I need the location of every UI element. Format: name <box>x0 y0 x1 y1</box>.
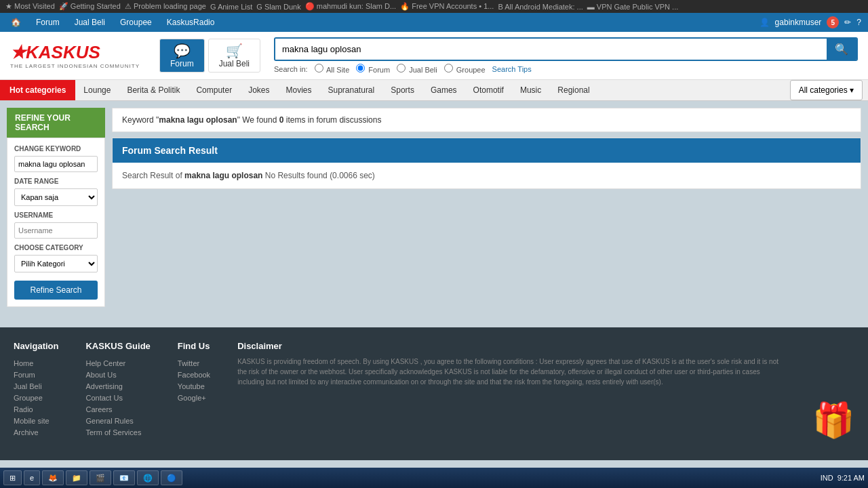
search-input[interactable] <box>275 39 827 60</box>
refine-search-button[interactable]: Refine Search <box>14 281 98 300</box>
hot-categories-button[interactable]: Hot categories <box>0 80 75 100</box>
search-box: 🔍 <box>274 37 858 61</box>
cat-supranatural[interactable]: Supranatural <box>320 80 383 100</box>
search-options: Search in: All Site Forum Jual Beli Grou… <box>274 64 858 74</box>
search-jualbeli[interactable]: Jual Beli <box>397 64 437 74</box>
footer-tos-link[interactable]: Term of Services <box>85 428 150 436</box>
footer-facebook-link[interactable]: Facebook <box>178 371 210 379</box>
top-nav: 🏠 Forum Jual Beli Groupee KaskusRadio 👤 … <box>0 13 868 32</box>
username: gabinkmuser <box>775 18 822 27</box>
footer-mobile-link[interactable]: Mobile site <box>14 417 58 425</box>
footer-findus-title: Find Us <box>178 341 210 351</box>
results-prefix: Search Result of <box>122 171 184 180</box>
footer-mascot-area: 🎁 <box>812 341 854 440</box>
footer-forum-link[interactable]: Forum <box>14 371 58 379</box>
footer-nav-title: Navigation <box>14 341 58 351</box>
username-input[interactable] <box>14 222 98 239</box>
footer-aboutus-link[interactable]: About Us <box>85 371 150 379</box>
cat-sports[interactable]: Sports <box>382 80 422 100</box>
footer-disclaimer-col: Disclaimer KASKUS is providing freedom o… <box>237 341 785 440</box>
all-categories-button[interactable]: All categories ▾ <box>790 80 863 100</box>
results-body: Search Result of makna lagu oplosan No R… <box>113 163 861 188</box>
cat-games[interactable]: Games <box>422 80 465 100</box>
notice-keyword: makna lagu oplosan <box>159 115 237 125</box>
groupee-link[interactable]: Groupee <box>116 16 156 29</box>
footer-radio-link[interactable]: Radio <box>14 405 58 413</box>
cat-regional[interactable]: Regional <box>549 80 597 100</box>
header-links: 💬 Forum 🛒 Jual Beli <box>159 39 260 73</box>
search-in-label: Search in: <box>274 65 308 73</box>
forum-header-link[interactable]: 💬 Forum <box>159 39 205 73</box>
footer-advertising-link[interactable]: Advertising <box>85 382 150 390</box>
footer-disclaimer-text: KASKUS is providing freedom of speech. B… <box>237 357 785 387</box>
results-area: Keyword "makna lagu oplosan" We found 0 … <box>112 108 861 307</box>
footer-groupee-link[interactable]: Groupee <box>14 394 58 402</box>
footer-findus-col: Find Us Twitter Facebook Youtube Google+ <box>178 341 210 440</box>
date-range-select[interactable]: Kapan saja <box>14 188 98 206</box>
footer-contactus-link[interactable]: Contact Us <box>85 394 150 402</box>
footer-guide-title: KASKUS Guide <box>85 341 150 351</box>
help-icon[interactable]: ? <box>856 18 861 27</box>
jualbeli-link-label: Jual Beli <box>219 59 250 68</box>
footer-mascot-icon: 🎁 <box>812 401 854 440</box>
cat-jokes[interactable]: Jokes <box>240 80 277 100</box>
cat-berita[interactable]: Berita & Politik <box>119 80 188 100</box>
search-forum[interactable]: Forum <box>356 64 390 74</box>
logo-area: ★KASKUS THE LARGEST INDONESIAN COMMUNITY <box>10 42 146 69</box>
footer: Navigation Home Forum Jual Beli Groupee … <box>0 327 868 460</box>
keyword-input[interactable] <box>14 156 98 172</box>
user-area: 👤 gabinkmuser 5 ✏ ? <box>760 16 861 28</box>
date-range-label: DATE RANGE <box>14 178 98 185</box>
footer-disclaimer-title: Disclaimer <box>237 341 785 351</box>
refine-header: REFINE YOUR SEARCH <box>7 108 105 138</box>
results-title: Forum Search Result <box>113 138 861 163</box>
change-keyword-label: CHANGE KEYWORD <box>14 145 98 152</box>
username-label: USERNAME <box>14 211 98 219</box>
forum-icon: 💬 <box>174 43 191 59</box>
notification-badge[interactable]: 5 <box>827 16 839 28</box>
home-link[interactable]: 🏠 <box>7 16 25 29</box>
footer-googleplus-link[interactable]: Google+ <box>178 394 210 402</box>
search-area: 🔍 Search in: All Site Forum Jual Beli Gr… <box>274 37 858 74</box>
footer-nav-col: Navigation Home Forum Jual Beli Groupee … <box>14 341 58 440</box>
header: ★KASKUS THE LARGEST INDONESIAN COMMUNITY… <box>0 32 868 80</box>
notice-postfix: items in forum discussions <box>283 115 381 125</box>
choose-category-label: CHOOSE CATEGORY <box>14 244 98 251</box>
cat-movies[interactable]: Movies <box>277 80 319 100</box>
footer-helpcenter-link[interactable]: Help Center <box>85 359 150 367</box>
cat-otomotif[interactable]: Otomotif <box>465 80 512 100</box>
notice-suffix: " We found <box>237 115 279 125</box>
search-groupee[interactable]: Groupee <box>444 64 486 74</box>
footer-archive-link[interactable]: Archive <box>14 428 58 436</box>
cat-computer[interactable]: Computer <box>188 80 240 100</box>
jualbeli-link[interactable]: Jual Beli <box>71 16 109 29</box>
search-allsite[interactable]: All Site <box>315 64 350 74</box>
results-keyword: makna lagu oplosan <box>184 171 262 180</box>
refine-body: CHANGE KEYWORD DATE RANGE Kapan saja USE… <box>7 138 105 307</box>
jualbeli-header-link[interactable]: 🛒 Jual Beli <box>208 39 260 73</box>
forum-link-label: Forum <box>170 59 194 68</box>
footer-twitter-link[interactable]: Twitter <box>178 359 210 367</box>
cat-lounge[interactable]: Lounge <box>75 80 119 100</box>
search-button[interactable]: 🔍 <box>827 39 856 60</box>
category-select[interactable]: Pilih Kategori <box>14 255 98 272</box>
cat-music[interactable]: Music <box>512 80 549 100</box>
footer-grid: Navigation Home Forum Jual Beli Groupee … <box>14 341 854 440</box>
logo: ★KASKUS <box>10 42 146 63</box>
refine-panel: REFINE YOUR SEARCH CHANGE KEYWORD DATE R… <box>7 108 105 307</box>
browser-bar: ★ Most Visited 🚀 Getting Started ⚠ Probl… <box>0 0 868 13</box>
category-nav: Hot categories Lounge Berita & Politik C… <box>0 80 868 101</box>
footer-youtube-link[interactable]: Youtube <box>178 382 210 390</box>
footer-home-link[interactable]: Home <box>14 359 58 367</box>
pencil-icon[interactable]: ✏ <box>844 18 851 27</box>
footer-guide-col: KASKUS Guide Help Center About Us Advert… <box>85 341 150 440</box>
kaskusradio-link[interactable]: KaskusRadio <box>163 16 219 29</box>
main-content: REFINE YOUR SEARCH CHANGE KEYWORD DATE R… <box>0 101 868 314</box>
forum-link[interactable]: Forum <box>32 16 64 29</box>
footer-generalrules-link[interactable]: General Rules <box>85 417 150 425</box>
results-box: Forum Search Result Search Result of mak… <box>112 138 861 189</box>
footer-careers-link[interactable]: Careers <box>85 405 150 413</box>
search-tips-link[interactable]: Search Tips <box>492 65 532 73</box>
footer-jualbeli-link[interactable]: Jual Beli <box>14 382 58 390</box>
results-suffix: No Results found (0.0066 sec) <box>262 171 374 180</box>
